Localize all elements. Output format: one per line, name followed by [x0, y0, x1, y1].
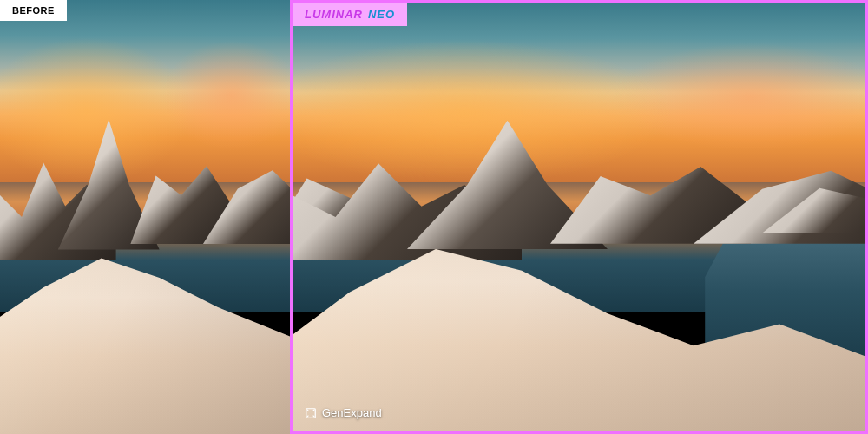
- brand-word-neo: NEO: [368, 8, 395, 21]
- expand-icon: [305, 407, 317, 419]
- brand-badge: LUMINAR NEO: [293, 3, 407, 26]
- before-label: BEFORE: [0, 0, 67, 21]
- mountain-range: [293, 131, 865, 239]
- before-scene: [0, 0, 290, 434]
- after-scene: [293, 3, 865, 431]
- feature-label: GenExpand: [305, 406, 382, 419]
- feature-name-text: GenExpand: [322, 406, 382, 419]
- before-image-panel: BEFORE: [0, 0, 290, 434]
- brand-word-luminar: LUMINAR: [305, 8, 363, 21]
- mountain-range: [0, 130, 290, 239]
- after-image-panel: LUMINAR NEO GenExpand: [290, 0, 868, 434]
